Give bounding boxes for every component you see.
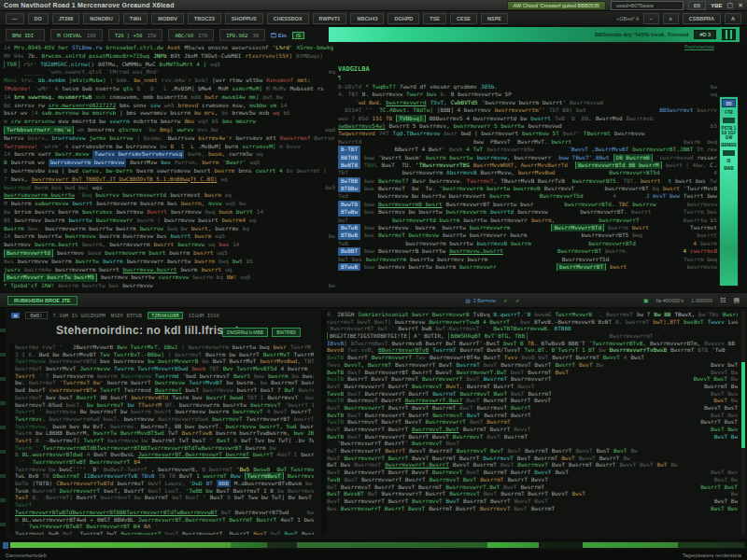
- toolbar-button[interactable]: DO: [28, 13, 49, 24]
- doc-line: BwvTBwsrrmvvwrrT BwsrrTBwvvT BwsrrmT Bws…: [327, 455, 738, 462]
- param-field[interactable]: BMd IDI: [6, 29, 45, 41]
- toolbar-button[interactable]: DGHPD: [388, 13, 419, 24]
- code-line: Mbwsrrmswbwrrmvvwbwsrrtbwsrrmvvwrrm bwss…: [4, 200, 335, 208]
- code-line: 4. TB7B. bwsrrmvvwTwwrr bwsb.B bwsrrmvvw…: [338, 91, 717, 98]
- check-icon[interactable]: ✓: [503, 297, 508, 303]
- code-line: bwsbwsrrmvvw bwsrrmbwsrrtwbwsrrmbwsrrmvv…: [4, 258, 335, 266]
- code-line: swbwsrrmvv54w]Bwsrrt 5 bwsrrmvv,bwsrrmvv…: [338, 122, 717, 130]
- progress-track[interactable]: [10, 542, 744, 548]
- doc-line: BwvTBwsrrmvvwrrT BwsrrT BwvvTBwsrrmvvTBw…: [327, 469, 738, 476]
- counter-label: 1 000000: [691, 298, 712, 303]
- vertical-gauge-strip[interactable]: BB F7B PSTB 1E0 1GFGW BBMBB IS BWB: [719, 96, 739, 287]
- grid-view-icon[interactable]: ☷: [720, 297, 726, 304]
- gauge-label: BBMBB: [721, 143, 737, 147]
- lower-tabs: ▤ BWB! 7.99M IS GOSZH2PM NSDY BTFUB TZRH…: [11, 312, 219, 319]
- doc-line: TwsrrmvvL bwBBwT.TwsrrmT bwTBwsrrmvvwrrT…: [15, 530, 314, 535]
- doc-line: Twsrrmvvw,bwsm bwv Bw BvT.bwsrrmv.Bwsrrm…: [15, 423, 314, 430]
- lower-tab-highlight[interactable]: TZRHASOBR: [148, 312, 183, 319]
- page-view-icon[interactable]: ▤: [733, 297, 740, 304]
- code-line: BwTBBbwvBwsrrmvT?Bwsr bwsrrmvvw.TwsrrmvT…: [338, 177, 717, 185]
- file-link[interactable]: ▤2 Bw=vne: [466, 298, 497, 303]
- close-icon[interactable]: ✕: [738, 2, 743, 8]
- banner-text: BBSmoda dry 'Ye5% tresk, 7rirrosd: [595, 32, 688, 37]
- status-icon[interactable]: ▣: [643, 297, 649, 303]
- title-status-pill: AW Chood 'Crosworf quked BBB0535: [507, 1, 606, 10]
- toolbar-right-button[interactable]: CSBBPRA: [683, 13, 721, 24]
- toolbar-button[interactable]: —: [6, 13, 24, 24]
- status-left: Danreverkertvdeb: [6, 553, 47, 558]
- progress-banner[interactable]: BBSmoda dry 'Ye5% tresk, 7rirrosd #D 3: [329, 27, 740, 42]
- title-input[interactable]: uswd=80?5www: [611, 1, 684, 10]
- toolbar-button[interactable]: CHESSBOX: [267, 13, 309, 24]
- doc-chip-icon[interactable]: ▤: [11, 313, 20, 318]
- param-field[interactable]: M CHEVAL180: [50, 29, 102, 41]
- code-line: BTwwBbwwbwsrrmvv bwsrrtw bwsrrmbwsrrmvvw…: [338, 263, 717, 271]
- middle-toolbar: RUBKHSRH BROE JTE ▤2 Bw=vne ✓ ✓ ▣ № #000…: [0, 292, 747, 308]
- doc-line: BwT BwsBwsrrmvTBwsrrmvvwrrT.BwsrrTBwvvT …: [327, 461, 738, 469]
- code-line: ______'wnn.swwnct.qts5'tMrrod_wss_Mnd'mq: [4, 68, 335, 77]
- toolbar: — DO JT268 NONOBU TWH MOBBV TBOCZ3 SHOPP…: [0, 11, 747, 26]
- toolbar-button[interactable]: TWH: [123, 13, 148, 24]
- progress-segment: [297, 542, 487, 548]
- toolbar-button[interactable]: NBCH43: [350, 13, 384, 24]
- toolbar-button[interactable]: CESE: [450, 13, 477, 24]
- doc-line: TwvBBwsTBwsrrmvvwrrT BwsrrTBwsrrmvvT Bwv…: [327, 476, 738, 483]
- doc-line: Twsrrmvv.bwsrrmvvwrrm4wd bwsT.bwsrrmvvwB…: [15, 415, 314, 423]
- banner-link[interactable]: Peorteterteta: [684, 44, 714, 49]
- doc-line: Twsrrmvvw bwbwsC'''' B'BwBwsT-TwsrrT, bw…: [15, 466, 314, 473]
- doc-line: TwvvBwvvT, BwsrrmTBwsrrmvvwrrT BwvTBwsrr…: [327, 361, 738, 369]
- doc-line: TwL BvBTBDBwsrrmTI1BwsrrmvvwrrTvBTBvBTB …: [15, 472, 314, 480]
- doc-line: BwTBwsrrmvvT BwsrrT BwvvT BwsrrmTBwsrrmv…: [327, 483, 738, 491]
- bottom-bar: [0, 539, 747, 550]
- toolbar-right-button[interactable]: A: [725, 13, 741, 24]
- lower-tab[interactable]: 7.99M IS GOSZH2PM: [53, 313, 106, 318]
- doc-column-left[interactable]: bwsrrmv rvw? ' JBwsrrMvvwrBBwv TwsrrMvT.…: [9, 343, 314, 535]
- code-line: 14bwsrrm bwsrrtwbwsrrmvvwbwsrrm bwsrrmvv…: [4, 232, 335, 241]
- check-icon[interactable]: ✓: [515, 297, 520, 303]
- code-line: B5bwsrrmvv bwsrrmbwsrrtwbwsrrmvvwrrbwsrm…: [4, 217, 335, 225]
- code-line: BTwBwbwsBwsrrmvv bw bwsrrtwbwsrrmvvwrrmb…: [338, 208, 717, 216]
- doc-line: BwvTBBwsTBwsrrmvvwrrT BwsrrTBwsrrmvvTBwv…: [327, 412, 738, 419]
- param-field[interactable]: IP0.98230: [219, 29, 265, 41]
- lower-tab[interactable]: NSDY BTFUB: [111, 313, 142, 318]
- code-pane-left[interactable]: 14Mrv.0945-R5V herSTLBme.rwbrnssebof.ctr…: [4, 44, 335, 292]
- code-line: BBTBBbww'bwsrrt bwsm'bwsrrm bwsrrtwbwsrr…: [338, 154, 717, 161]
- doc-column-right[interactable]: A.IBSGHSomriorinsoniat bwsrr BwsrrmvvwrB…: [321, 311, 738, 535]
- code-line: B-DOvTd* TwqBvT?7wwrd df vmssmr qrsdmmv3…: [338, 83, 717, 91]
- lower-tab[interactable]: SIGHM ISSV: [189, 313, 219, 318]
- doc-line: bwsrrmv rvw? ' JBwsrrMvvwrBBwv TwsrrMvT.…: [15, 343, 314, 351]
- toolbar-button[interactable]: RWPVT1: [313, 13, 347, 24]
- toolbar-button[interactable]: NONOBU: [83, 13, 119, 24]
- doc-line: BwvTBwsrrmvvwrrT BwsrrTBwsrrmvvTBwvT,Bws…: [327, 383, 738, 390]
- scrollbar-thumb[interactable]: [741, 362, 745, 448]
- doc-line: Twsrrt' TbwsrrmvvwrrmbwsrrmBwsrrmvvwTwsr…: [15, 372, 314, 380]
- active-tab[interactable]: RUBKHSRH BROE JTE: [7, 296, 78, 305]
- minimize-icon[interactable]: ▢: [727, 2, 734, 8]
- seek-chip[interactable]: [3, 542, 8, 549]
- doc-line: cwsrrmvT bwvT BwvT]bwsrrmvvwBwsrrmvvwrrT…: [327, 318, 738, 326]
- banner-button[interactable]: #D 3: [694, 30, 716, 39]
- ein-link[interactable]: 🗔 Ein: [271, 33, 287, 38]
- toolbar-button[interactable]: TSE: [423, 13, 446, 24]
- toolbar-button[interactable]: TBOCZ3: [188, 13, 221, 24]
- lower-tab[interactable]: BWB!: [25, 312, 47, 319]
- param-field[interactable]: ABC/98270: [168, 29, 214, 41]
- toolbar-right-button[interactable]: –: [643, 13, 659, 24]
- code-line: TbTbwsrrmvvwrrmAbsrrmvvBBwsrrMvvw,bwsrrM…: [338, 169, 717, 176]
- code-line: MV 94s7b.Brwcms.snlrtd pssatMiomvBr=715w…: [4, 52, 335, 61]
- toolbar-button[interactable]: JT268: [52, 13, 80, 24]
- progress-segment: [231, 542, 267, 548]
- doc-line: BwsTBBwsrrmvvT BwsrrTBwsrrmvvwrrT.BwsTBw…: [327, 397, 738, 404]
- toolbar-button[interactable]: NSPE: [481, 13, 508, 24]
- param-field[interactable]: T20 | +50150: [108, 29, 163, 41]
- code-pane-right[interactable]: VADGILBA ¶ B-DOvTd* TwqBvT?7wwrd df vmss…: [338, 65, 717, 292]
- toolbar-right-button[interactable]: ≡: [663, 13, 679, 24]
- code-line: 7bwvs,bwsrrmvvwrr BvT TBBQvT.JT DwCBBOOv…: [4, 175, 335, 184]
- app-window: Com Navthoof Road 1 Mercenarove Greaund …: [0, 0, 747, 560]
- gauge-chip: BB: [722, 99, 736, 107]
- toolbar-button[interactable]: SHOPPUS: [225, 13, 263, 24]
- code-line: Bbwsrrmvvbw ssq | bwdcwrsv, bw-bwrrnbwsr…: [4, 167, 335, 175]
- toolbar-button[interactable]: MOBBV: [151, 13, 183, 24]
- title-small-button[interactable]: BB: [688, 1, 706, 10]
- doc-line: BwvTBBwsrrTBwsrrmvvwrrTTwvBwsrrmvvwrrBT4…: [327, 354, 738, 361]
